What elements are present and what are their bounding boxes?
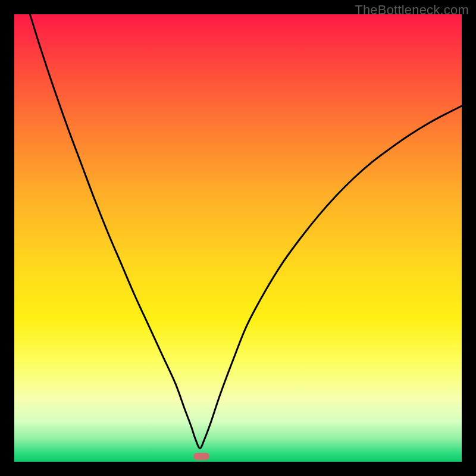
bottleneck-curve-plot [14, 14, 462, 462]
chart-frame [14, 14, 462, 462]
curve-line [30, 14, 462, 448]
watermark-text: TheBottleneck.com [355, 2, 469, 18]
optimal-marker [193, 453, 209, 460]
